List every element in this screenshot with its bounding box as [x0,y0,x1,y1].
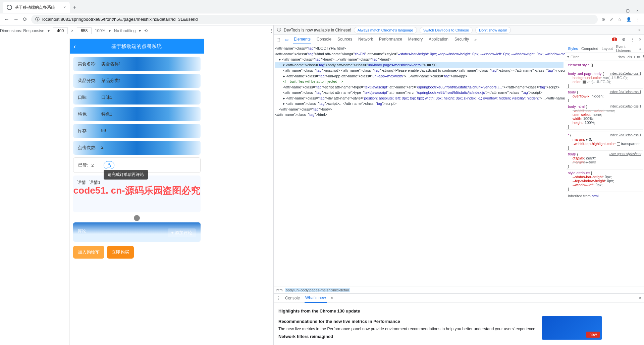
devtools: ⓘ DevTools is now available in Chinese! … [274,25,644,345]
banner-switch-button[interactable]: Switch DevTools to Chinese [420,27,473,33]
devtools-menu-icon[interactable]: ⋮ [630,37,634,42]
dimensions-dropdown[interactable]: Dimensions: Responsive [0,28,44,33]
devtools-tab-application[interactable]: Application [428,35,449,44]
mobile-app: ‹ 基于移动端的点餐系统 美食名称:美食名称1菜品分类:菜品分类1口味:口味1特… [70,39,204,345]
forward-icon[interactable]: → [13,16,19,22]
minimize-icon[interactable]: — [615,8,619,13]
drawer-thumbnail[interactable]: new [542,316,602,340]
back-icon[interactable]: ← [4,16,9,22]
info-row: 菜品分类:菜品分类1 [73,74,201,88]
error-badge[interactable]: 1 [612,38,617,41]
elements-breadcrumb[interactable]: html body.uni-body.pages-meishixinxi-det… [274,286,644,293]
styles-tab-event-listeners[interactable]: Event Listeners [616,45,636,53]
zoom-dropdown[interactable]: 100% [95,28,105,33]
reload-icon[interactable]: ⟳ [23,16,27,22]
window-controls: — ▢ × [610,8,644,13]
styles-more-icon[interactable]: » [639,47,641,51]
drawer-paragraph: The new live metrics in the Performance … [278,327,536,331]
detail-value: 详情1 [89,180,100,185]
thumb-up-icon [107,163,111,167]
throttle-dropdown[interactable]: No throttling [114,28,136,33]
url-text: localhost:8081/springbootrxe85/front/h5/… [42,17,200,22]
more-tabs-icon[interactable]: » [474,37,477,42]
banner-match-button[interactable]: Always match Chrome's language [354,27,417,33]
new-tab-button[interactable]: + [70,2,79,13]
detail-label: 详情 [77,180,86,185]
new-badge: new [586,332,600,338]
info-label: 库存: [78,128,101,134]
site-info-icon[interactable]: ⓘ [35,16,40,22]
styles-filter-row: ▾ :hov .cls + ▭ ⋮ [565,53,644,61]
maximize-icon[interactable]: ▢ [626,8,630,13]
browser-tab[interactable]: 基于移动端的点餐系统 × [3,2,70,13]
banner-dismiss-button[interactable]: Don't show again [475,27,511,33]
breadcrumb-item[interactable]: html [276,288,283,292]
devtools-tab-elements[interactable]: Elements [293,35,311,44]
devtools-tab-console[interactable]: Console [316,35,332,44]
drawer-subhead-2: Network filters reimagined [278,334,536,339]
add-to-cart-button[interactable]: 加入购物车 [73,246,104,259]
devtools-tab-sources[interactable]: Sources [337,35,353,44]
filter-icon: ▾ [567,55,569,59]
back-button-icon[interactable]: ‹ [74,43,76,50]
device-emulation-panel: Dimensions: Responsive▾ × 100%▾ No throt… [0,25,274,345]
thumb-up-button[interactable] [104,161,114,169]
info-value: 美食名称1 [101,61,121,67]
styles-rules[interactable]: element.style {}</span><span class="sele… [565,61,644,286]
drawer-headline: Highlights from the Chrome 130 update [278,308,639,314]
detail-card: 详情 详情1 [73,176,201,212]
info-value: 菜品分类1 [101,78,121,84]
hov-toggle[interactable]: :hov [618,55,625,59]
info-row: 点击次数:2 [73,141,201,155]
drawer-tab-close-icon[interactable]: × [331,296,333,300]
elements-tree[interactable]: <attr-name">class="tag">!DOCTYPE html> <… [274,44,565,286]
bookmark-icon[interactable]: ☆ [618,17,622,22]
url-input[interactable]: ⓘ localhost:8081/springbootrxe85/front/h… [31,15,598,24]
styles-tab-styles[interactable]: Styles [568,47,578,51]
inspect-icon[interactable]: ⬚ [276,37,280,42]
devtools-tab-security[interactable]: Security [454,35,470,44]
buy-now-button[interactable]: 立即购买 [107,246,134,259]
devtools-tab-performance[interactable]: Performance [378,35,403,44]
width-input[interactable] [53,27,68,34]
devtools-tab-memory[interactable]: Memory [408,35,423,44]
height-input[interactable] [77,27,92,34]
rotate-icon[interactable]: ⟲ [144,28,148,33]
device-toolbar: Dimensions: Responsive▾ × 100%▾ No throt… [0,25,273,36]
tab-close-icon[interactable]: × [63,5,66,10]
banner-message: DevTools is now available in Chinese! [284,28,351,32]
breadcrumb-item-selected[interactable]: body.uni-body.pages-meishixinxi-detail [285,288,350,292]
info-row: 特色:特色1 [73,107,201,121]
info-value: 99 [101,128,106,134]
computed-toggle-icon[interactable]: ▭ [637,55,640,59]
add-comment-button[interactable]: + 添加评论 [168,228,196,237]
drawer-close-icon[interactable]: × [639,296,641,300]
settings-icon[interactable]: ⚙ [622,37,626,42]
styles-tab-computed[interactable]: Computed [581,47,598,51]
new-rule-icon[interactable]: + [633,55,635,59]
device-viewport: code51. cn-源码乐园盗图必究 ‹ 基于移动端的点餐系统 美食名称:美食… [0,36,273,345]
info-label: 点击次数: [78,145,101,151]
more-icon[interactable]: ⋮ [642,55,644,59]
close-icon[interactable]: × [636,8,639,13]
tooltip: 请完成订单后再评论 [104,170,148,180]
drawer-menu-icon[interactable]: ⋮ [276,296,280,300]
banner-close-icon[interactable]: × [638,28,641,32]
styles-tab-layout[interactable]: Layout [602,47,613,51]
menu-icon[interactable]: ⋮ [636,17,640,22]
device-menu-icon[interactable]: ⋮ [269,28,273,33]
info-label: 口味: [78,94,101,100]
info-label: 特色: [78,111,101,117]
styles-filter-input[interactable] [571,55,617,59]
device-toggle-icon[interactable]: ▭ [285,37,288,42]
devtools-tab-network[interactable]: Network [358,35,374,44]
info-value: 特色1 [101,111,112,117]
devtools-close-icon[interactable]: × [639,37,641,42]
drawer-subhead: Recommendations for the new live metrics… [278,319,536,324]
drawer-tab-whatsnew[interactable]: What's new [305,293,327,303]
profile-icon[interactable]: 👤 [626,17,631,22]
cls-toggle[interactable]: .cls [627,55,632,59]
translate-icon[interactable]: ⤢ [610,17,613,22]
password-icon[interactable]: ⊘ [602,17,605,22]
drawer-tab-console[interactable]: Console [284,294,301,302]
